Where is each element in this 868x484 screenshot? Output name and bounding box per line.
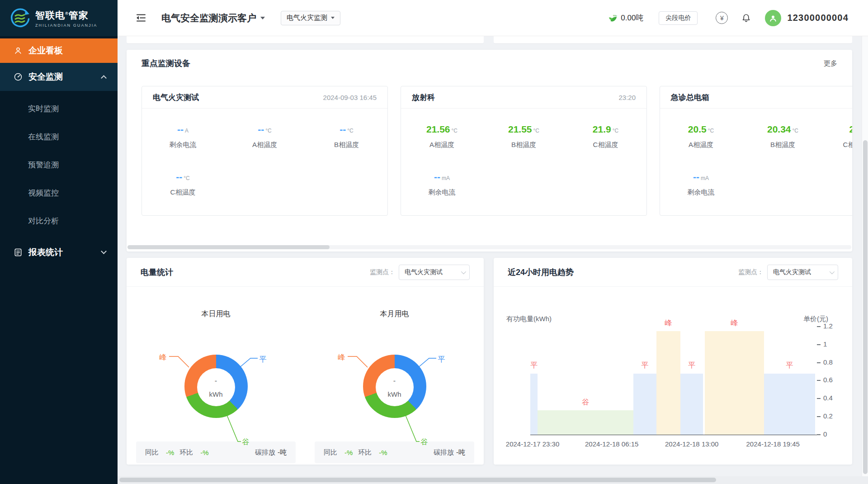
device-card: 电气火灾测试 2024-09-03 16:45 --A 剩余电流 --°C A相…: [142, 86, 388, 216]
caret-down-icon[interactable]: [260, 17, 265, 19]
device-name: 急诊总电箱: [671, 92, 709, 103]
account-phone-number[interactable]: 12300000004: [787, 13, 849, 23]
x-tick-label: 2024-12-17 23:30: [506, 440, 559, 448]
app-screen: 智联电®管家 ZHILIANDIAN GUANJIA 企业看板: [0, 0, 868, 484]
metric: --°C B相温度: [306, 124, 387, 171]
yoy-value: -%: [166, 449, 174, 456]
more-link[interactable]: 更多: [824, 59, 837, 68]
mom-value: -%: [200, 449, 208, 456]
sidebar-item-realtime-monitoring[interactable]: 实时监测: [0, 95, 118, 123]
donut-center-unit: kWh: [388, 390, 401, 398]
monitor-point-label: 监测点：: [370, 268, 395, 276]
device-name: 放射科: [412, 92, 435, 103]
monitor-point-select[interactable]: 电气火灾测试: [399, 265, 470, 280]
user-avatar[interactable]: [765, 10, 781, 26]
carbon-label: 碳排放: [255, 448, 275, 457]
carbon-total-value: 0.00吨: [621, 13, 643, 23]
metric-value: --: [693, 171, 699, 182]
sidebar-collapse-icon[interactable]: [136, 14, 146, 22]
tier-label: 谷: [582, 398, 589, 407]
top-header: 电气安全监测演示客户 电气火灾监测 co₂ 0.00吨 尖段电价 ¥: [118, 0, 868, 36]
x-axis-line: [530, 435, 820, 435]
device-update-time: 23:20: [618, 94, 636, 101]
metric: --°C C相温度: [142, 171, 224, 216]
metric-unit: °C: [184, 175, 189, 181]
metric-label: A相温度: [224, 141, 306, 149]
chevron-up-icon: [101, 75, 107, 81]
mom-label: 环比: [358, 448, 372, 457]
panel-title: 近24小时用电趋势: [508, 267, 574, 278]
metric-value: 20.34: [767, 124, 791, 134]
slice-label-valley: 谷: [421, 437, 428, 447]
device-update-time: 2024-09-03 16:45: [323, 94, 377, 101]
tier-label: 平: [786, 361, 793, 370]
donut-center-value: -: [393, 377, 396, 385]
slice-label-valley: 谷: [242, 437, 250, 447]
brand-swan-icon: [9, 7, 31, 29]
sidebar-item-safety-monitoring[interactable]: 安全监测: [0, 63, 118, 91]
tier-label: 峰: [731, 318, 738, 328]
sidebar-item-video-surveillance[interactable]: 视频监控: [0, 179, 118, 207]
x-tick-label: 2024-12-18 13:00: [665, 440, 718, 448]
sidebar-item-label: 报表统计: [28, 247, 63, 258]
sidebar-submenu: 实时监测 在线监测 预警追溯 视频监控 对比分析: [0, 91, 118, 238]
sidebar-item-online-monitoring[interactable]: 在线监测: [0, 123, 118, 151]
metric-value: --: [258, 124, 264, 134]
metric-unit: °C: [452, 128, 458, 134]
y-tick-label: 1.2: [823, 322, 833, 330]
trend-yaxis: 00.20.40.60.811.2: [815, 322, 849, 435]
metric: 20.5°C A相温度: [660, 124, 742, 171]
chevron-down-icon: [830, 269, 835, 274]
monitor-point-select[interactable]: 电气火灾测试: [767, 265, 838, 280]
metric-label: 剩余电流: [401, 188, 483, 197]
bell-icon[interactable]: [741, 13, 751, 23]
horizontal-scrollbar-thumb[interactable]: [119, 478, 716, 482]
metric-label: 剩余电流: [660, 188, 742, 197]
trend-24h-panel: 近24小时用电趋势 监测点： 电气火灾测试 有功电量(kWh) 单价(元) 平谷…: [494, 258, 852, 465]
sidebar-item-alert-trace[interactable]: 预警追溯: [0, 151, 118, 179]
vertical-scrollbar-thumb[interactable]: [863, 140, 868, 474]
price-tier-bar: [705, 331, 764, 435]
metric-label: A相温度: [660, 141, 742, 149]
metric-value: 21.9: [593, 124, 611, 134]
trend-xaxis: 2024-12-17 23:302024-12-18 06:152024-12-…: [530, 440, 815, 450]
donut-title: 本日用电: [127, 309, 305, 319]
metric: 21.9°C C相温度: [565, 124, 646, 171]
trend-plot: 平谷平峰平峰平: [530, 322, 815, 435]
month-usage-donut-chart: - kWh 平 峰 谷: [363, 355, 426, 418]
y-tick-label: 0.4: [823, 394, 833, 402]
sidebar-item-enterprise-dashboard[interactable]: 企业看板: [0, 38, 118, 63]
yoy-label: 同比: [145, 448, 159, 457]
sidebar-item-report-statistics[interactable]: 报表统计: [0, 238, 118, 266]
device-card: 急诊总电箱 20.5°C A相温度 20.34°C B相温度 2°C C相温度: [660, 86, 852, 216]
y-tick: [817, 362, 821, 363]
registered-mark: ®: [65, 11, 69, 16]
metric-unit: mA: [442, 175, 450, 181]
metric: --mA 剩余电流: [401, 171, 483, 216]
slice-label-flat: 平: [438, 355, 445, 365]
sidebar-item-label: 企业看板: [28, 45, 63, 57]
customer-name-title[interactable]: 电气安全监测演示客户: [161, 12, 256, 24]
metric-unit: °C: [793, 128, 798, 134]
month-summary-bar: 同比 -% 环比 -% 碳排放 -吨: [315, 441, 474, 463]
device-row-scrollbar-thumb[interactable]: [127, 245, 330, 249]
metric-unit: °C: [265, 128, 271, 134]
x-tick-label: 2024-12-18 06:15: [585, 440, 638, 448]
monitor-type-button[interactable]: 电气火灾监测: [281, 11, 340, 25]
metric-value: --: [177, 124, 184, 134]
yen-billing-icon[interactable]: ¥: [716, 12, 728, 24]
metric-value: 2: [849, 124, 852, 134]
app-logo: 智联电®管家 ZHILIANDIAN GUANJIA: [0, 0, 118, 36]
sidebar-item-comparative-analysis[interactable]: 对比分析: [0, 207, 118, 235]
price-tier-bar: [656, 331, 680, 435]
metric-label: B相温度: [306, 141, 387, 149]
metric-label: 剩余电流: [142, 141, 224, 149]
price-tier-bar: [764, 374, 815, 435]
price-period-button[interactable]: 尖段电价: [659, 11, 698, 25]
y-tick-label: 0.2: [823, 412, 833, 420]
metric: 21.56°C A相温度: [401, 124, 483, 171]
today-usage-column: 本日用电 - kWh 平 峰 谷 同比: [127, 287, 305, 463]
svg-text:co₂: co₂: [613, 14, 617, 16]
energy-statistics-panel: 电量统计 监测点： 电气火灾测试 本日用电: [127, 258, 484, 465]
y-tick: [817, 326, 821, 327]
